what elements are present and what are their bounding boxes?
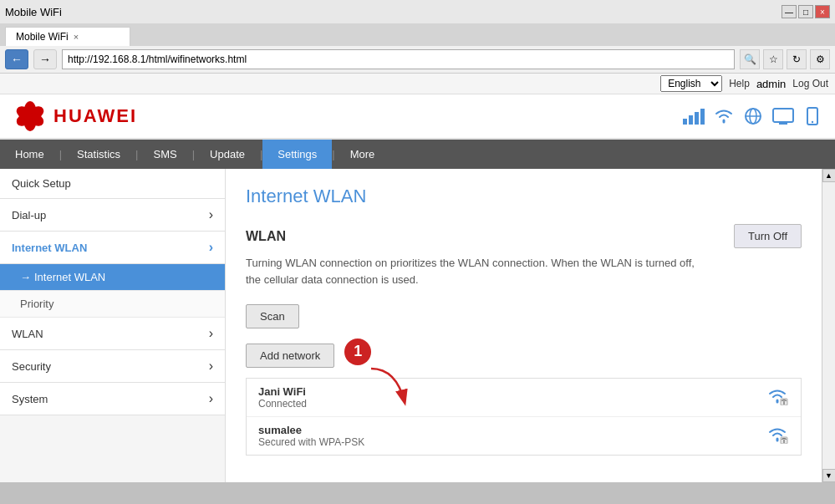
scroll-down-button[interactable]: ▼ (822, 469, 836, 482)
network-status-jani: Connected (258, 398, 307, 410)
settings-icon[interactable]: ⚙ (810, 49, 830, 69)
nav-menu: Home | Statistics | SMS | Update | Setti… (0, 140, 835, 169)
sidebar-item-internet-wlan[interactable]: Internet WLAN › (0, 232, 225, 264)
scrollbar[interactable]: ▲ ▼ (822, 169, 835, 482)
svg-rect-9 (700, 109, 705, 125)
annotation-arrow-icon (321, 360, 421, 410)
nav-item-sms[interactable]: SMS (138, 140, 191, 169)
svg-point-17 (812, 121, 813, 123)
huawei-flower-icon (13, 101, 47, 131)
search-icon[interactable]: 🔍 (740, 49, 760, 69)
huawei-brand-text: HUAWEI (53, 105, 137, 127)
favorites-icon[interactable]: ☆ (763, 49, 783, 69)
svg-rect-13 (773, 109, 793, 122)
sidebar-item-quick-setup[interactable]: Quick Setup (0, 169, 225, 199)
active-arrow-icon: → (20, 271, 31, 283)
minimize-button[interactable]: — (782, 5, 797, 18)
wifi-signal-icon-jani (766, 387, 789, 405)
svg-rect-6 (683, 119, 687, 125)
status-icons-row (681, 107, 822, 125)
address-input[interactable] (62, 49, 735, 69)
nav-item-statistics[interactable]: Statistics (62, 140, 135, 169)
tab-label: Mobile WiFi (16, 31, 69, 43)
logout-link[interactable]: Log Out (792, 78, 828, 89)
huawei-logo: HUAWEI (13, 101, 137, 131)
signal-bars-icon (681, 107, 705, 125)
title-bar-left: Mobile WiFi (5, 6, 62, 18)
wifi-icon-sumalee (766, 425, 789, 446)
internet-wlan-arrow-icon: › (209, 240, 213, 255)
network-info-sumalee: sumalee Secured with WPA-PSK (258, 424, 364, 448)
add-network-row: Add network 1 (246, 344, 802, 368)
wifi-status-icon (713, 107, 735, 125)
page-title: Internet WLAN (246, 186, 802, 207)
globe-icon (743, 107, 763, 125)
sidebar-item-system[interactable]: System › (0, 383, 225, 415)
nav-item-home[interactable]: Home (0, 140, 59, 169)
system-arrow-icon: › (209, 391, 213, 406)
wlan-header: WLAN Turn Off (246, 224, 802, 248)
network-info-jani: Jani WiFi Connected (258, 385, 307, 410)
wlan-title: WLAN (246, 229, 286, 244)
network-status-sumalee: Secured with WPA-PSK (258, 436, 364, 448)
nav-item-update[interactable]: Update (195, 140, 260, 169)
scan-button[interactable]: Scan (246, 304, 299, 328)
wlan-arrow-icon: › (209, 326, 213, 341)
huawei-header: HUAWEI (0, 94, 835, 140)
close-button[interactable]: × (815, 5, 830, 18)
back-button[interactable]: ← (5, 49, 28, 69)
sidebar-item-wlan[interactable]: WLAN › (0, 318, 225, 350)
security-arrow-icon: › (209, 359, 213, 374)
phone-icon (803, 107, 822, 125)
nav-item-settings[interactable]: Settings (262, 140, 332, 169)
nav-item-more[interactable]: More (335, 140, 390, 169)
svg-rect-8 (695, 112, 699, 125)
dial-up-arrow-icon: › (209, 207, 213, 222)
browser-tab[interactable]: Mobile WiFi × (5, 27, 130, 46)
tab-close-button[interactable]: × (74, 32, 79, 42)
sidebar-item-security[interactable]: Security › (0, 350, 225, 383)
wifi-icon-jani (766, 387, 789, 408)
wlan-section: WLAN Turn Off Turning WLAN connection on… (246, 224, 802, 288)
network-name-sumalee: sumalee (258, 424, 364, 436)
network-name-jani: Jani WiFi (258, 385, 307, 398)
forward-button[interactable]: → (33, 49, 57, 69)
scroll-up-button[interactable]: ▲ (822, 169, 836, 182)
tab-bar: Mobile WiFi × (0, 23, 835, 46)
sidebar-subitem-priority[interactable]: Priority (0, 291, 225, 318)
main-layout: Quick Setup Dial-up › Internet WLAN › →I… (0, 169, 835, 482)
admin-label: admin (756, 78, 786, 90)
content-area: Internet WLAN WLAN Turn Off Turning WLAN… (226, 169, 822, 482)
monitor-icon (771, 107, 795, 125)
sidebar-item-dial-up[interactable]: Dial-up › (0, 199, 225, 232)
browser-title: Mobile WiFi (5, 6, 62, 18)
sidebar: Quick Setup Dial-up › Internet WLAN › →I… (0, 169, 226, 482)
language-select[interactable]: English 中文 Español (660, 75, 722, 92)
wlan-description: Turning WLAN connection on prioritizes t… (246, 255, 802, 288)
help-link[interactable]: Help (729, 78, 750, 89)
helper-bar: English 中文 Español Help admin Log Out (0, 74, 835, 94)
maximize-button[interactable]: □ (798, 5, 813, 18)
right-panel: Internet WLAN WLAN Turn Off Turning WLAN… (226, 169, 835, 482)
svg-rect-7 (689, 115, 693, 125)
turn-off-button[interactable]: Turn Off (734, 224, 802, 248)
wifi-signal-icon-sumalee (766, 425, 789, 444)
toolbar-icons: 🔍 ☆ ↻ ⚙ (740, 49, 830, 69)
sidebar-subitem-internet-wlan[interactable]: →Internet WLAN (0, 264, 225, 291)
refresh-icon[interactable]: ↻ (787, 49, 807, 69)
title-bar: Mobile WiFi — □ × (0, 0, 835, 23)
address-bar: ← → 🔍 ☆ ↻ ⚙ (0, 46, 835, 74)
network-item-sumalee[interactable]: sumalee Secured with WPA-PSK (247, 417, 801, 455)
